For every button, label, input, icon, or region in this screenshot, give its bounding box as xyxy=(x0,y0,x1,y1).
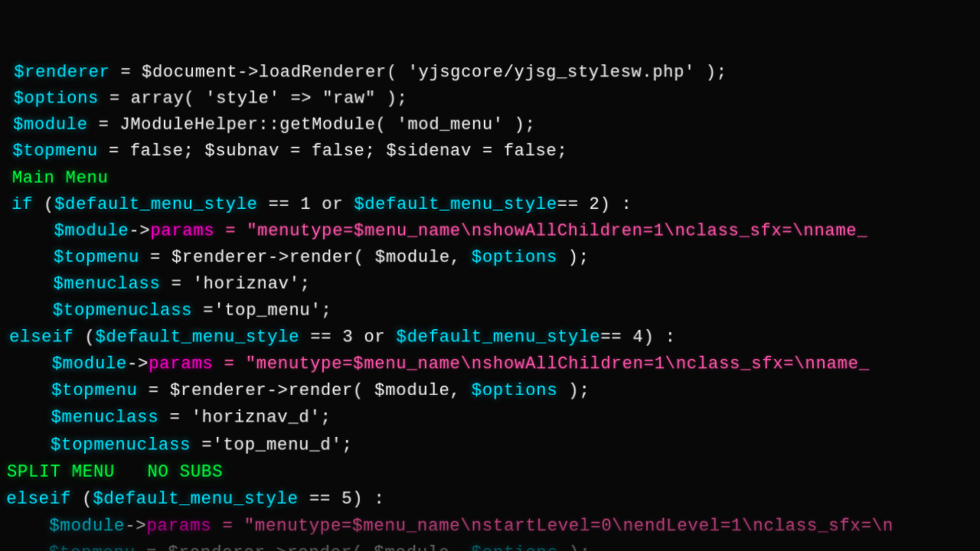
code-line: Main Menu xyxy=(11,165,968,192)
code-line: $module->params = "menutype=$menu_name\n… xyxy=(8,351,972,378)
code-line: if ($default_menu_style == 1 or $default… xyxy=(11,191,969,218)
code-line: elseif ($default_menu_style == 3 or $def… xyxy=(9,324,972,351)
code-line: $module = JModuleHelper::getModule( 'mod… xyxy=(13,112,968,139)
code-display: $renderer = $document->loadRenderer( 'yj… xyxy=(0,0,980,551)
code-line: $topmenu = $renderer->render( $module, $… xyxy=(11,245,970,272)
code-line: $module->params = "menutype=$menu_name\n… xyxy=(11,218,969,245)
code-content: $renderer = $document->loadRenderer( 'yj… xyxy=(0,0,980,551)
code-line: elseif ($default_menu_style == 5) : xyxy=(6,486,974,513)
code-line: $options = array( 'style' => "raw" ); xyxy=(13,86,966,112)
code-line: $menuclass = 'horiznav_d'; xyxy=(8,405,972,432)
code-line: $topmenuclass ='top_menu_d'; xyxy=(7,432,973,458)
code-line: $menuclass = 'horiznav'; xyxy=(10,271,970,298)
code-line: $topmenu = $renderer->render( $module, $… xyxy=(5,540,975,551)
code-line: SPLIT MENU NO SUBS xyxy=(7,459,974,486)
code-line: $module->params = "menutype=$menu_name\n… xyxy=(5,513,974,540)
code-line: $renderer = $document->loadRenderer( 'yj… xyxy=(14,60,966,86)
code-line: $topmenu = $renderer->render( $module, $… xyxy=(8,378,972,405)
code-line: $topmenuclass ='top_menu'; xyxy=(9,298,970,324)
code-line: $topmenu = false; $subnav = false; $side… xyxy=(12,139,968,165)
